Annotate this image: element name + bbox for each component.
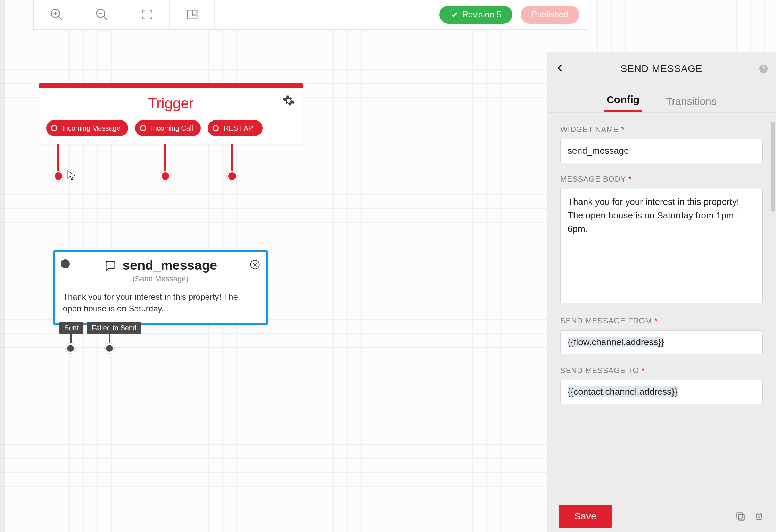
send-to-label: SEND MESSAGE TO	[560, 366, 639, 375]
widget-name-input[interactable]	[560, 139, 763, 163]
trigger-output-incoming-message[interactable]: Incoming Message	[46, 120, 128, 136]
widget-node-title: send_message	[123, 258, 217, 273]
port-incoming-call[interactable]	[160, 171, 171, 181]
trigger-node[interactable]: Trigger Incoming Message Incoming Call R…	[39, 83, 303, 144]
svg-line-1	[58, 16, 62, 20]
cursor-icon	[67, 169, 76, 181]
port-incoming-message[interactable]	[53, 171, 64, 181]
close-icon	[250, 259, 260, 270]
chat-icon	[104, 259, 117, 272]
send-message-node[interactable]: send_message (Send Message) Thank you fo…	[53, 250, 268, 325]
fit-screen-icon	[140, 8, 154, 21]
trigger-output-rest-api[interactable]: REST API	[208, 120, 263, 136]
published-label: Published	[532, 10, 568, 19]
widget-node-preview: Thank you for your interest in this prop…	[55, 285, 266, 323]
zoom-in-icon	[50, 8, 64, 22]
widget-name-label: WIDGET NAME	[560, 125, 619, 134]
panel-help-button[interactable]: ?	[759, 65, 768, 73]
close-node-button[interactable]	[250, 259, 260, 270]
trigger-title: Trigger	[148, 95, 193, 111]
save-button[interactable]: Save	[559, 505, 612, 528]
message-body-input[interactable]	[560, 189, 763, 303]
fit-screen-button[interactable]	[124, 0, 170, 29]
panel-title: SEND MESSAGE	[620, 63, 702, 74]
tab-transitions[interactable]: Transitions	[663, 95, 719, 112]
message-body-label: MESSAGE BODY	[560, 175, 626, 183]
send-from-label: SEND MESSAGE FROM	[560, 316, 652, 325]
send-to-input[interactable]: {{contact.channel.address}}	[560, 380, 763, 404]
port-sent[interactable]	[66, 343, 75, 353]
send-from-input[interactable]: {{flow.channel.address}}	[560, 330, 763, 354]
widget-output-failed[interactable]: Failed to Send	[87, 322, 141, 334]
settings-icon[interactable]	[282, 94, 295, 110]
config-panel: SEND MESSAGE ? Config Transitions WIDGET…	[547, 52, 776, 532]
svg-rect-11	[739, 514, 744, 520]
panel-scrollbar[interactable]	[771, 122, 775, 212]
bookmark-panel-icon	[185, 8, 199, 21]
svg-line-5	[104, 16, 107, 20]
trigger-output-incoming-call[interactable]: Incoming Call	[135, 120, 201, 136]
revision-label: Revision 5	[462, 10, 501, 19]
port-rest-api[interactable]	[227, 171, 237, 181]
duplicate-icon[interactable]	[735, 511, 746, 522]
top-toolbar: Revision 5 Published	[33, 0, 588, 30]
trash-icon[interactable]	[754, 511, 764, 522]
history-button[interactable]	[170, 0, 215, 29]
published-badge[interactable]: Published	[521, 6, 579, 24]
zoom-out-icon	[95, 8, 109, 22]
tab-config[interactable]: Config	[604, 94, 642, 112]
revision-badge[interactable]: Revision 5	[439, 6, 512, 24]
svg-rect-12	[737, 513, 742, 518]
chevron-left-icon	[555, 63, 565, 73]
port-failed[interactable]	[105, 343, 114, 353]
check-icon	[451, 11, 458, 18]
zoom-out-button[interactable]	[79, 0, 124, 29]
panel-back-button[interactable]	[555, 63, 565, 74]
widget-node-subtitle: (Send Message)	[63, 274, 258, 283]
node-input-port[interactable]	[61, 259, 70, 268]
config-form: WIDGET NAME * MESSAGE BODY * SEND MESSAG…	[547, 113, 776, 500]
zoom-in-button[interactable]	[34, 0, 79, 29]
panel-tabs: Config Transitions	[547, 85, 776, 113]
